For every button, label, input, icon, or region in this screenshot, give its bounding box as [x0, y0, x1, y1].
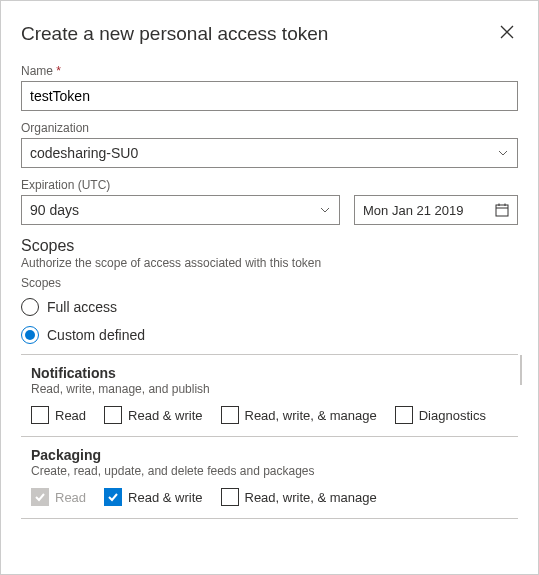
scope-group-name: Notifications: [31, 365, 518, 381]
expiration-field: Expiration (UTC) 90 days Mon Jan 21 2019: [21, 178, 518, 225]
calendar-icon: [495, 203, 509, 217]
scope-checkbox-item[interactable]: Diagnostics: [395, 406, 486, 424]
name-label: Name *: [21, 64, 518, 78]
chevron-down-icon: [497, 147, 509, 159]
radio-icon: [21, 326, 39, 344]
checkbox-label: Read, write, & manage: [245, 408, 377, 423]
panel-header: Create a new personal access token: [21, 21, 518, 46]
checkbox-label: Diagnostics: [419, 408, 486, 423]
scope-group: PackagingCreate, read, update, and delet…: [21, 437, 518, 519]
name-field: Name *: [21, 64, 518, 111]
scopes-sublabel: Scopes: [21, 276, 518, 290]
radio-label: Full access: [47, 299, 117, 315]
panel-title: Create a new personal access token: [21, 23, 328, 45]
expiration-date-picker[interactable]: Mon Jan 21 2019: [354, 195, 518, 225]
close-button[interactable]: [496, 21, 518, 46]
organization-select[interactable]: codesharing-SU0: [21, 138, 518, 168]
scope-group: NotificationsRead, write, manage, and pu…: [21, 355, 518, 437]
scopes-title: Scopes: [21, 237, 518, 255]
scope-checkbox-item: Read: [31, 488, 86, 506]
checkbox-icon: [31, 406, 49, 424]
chevron-down-icon: [319, 204, 331, 216]
checkbox-icon: [221, 488, 239, 506]
scope-group-desc: Read, write, manage, and publish: [31, 382, 518, 396]
organization-value: codesharing-SU0: [30, 145, 138, 161]
scope-checkbox-item[interactable]: Read: [31, 406, 86, 424]
scopes-description: Authorize the scope of access associated…: [21, 256, 518, 270]
scope-group-desc: Create, read, update, and delete feeds a…: [31, 464, 518, 478]
radio-label: Custom defined: [47, 327, 145, 343]
scope-checkbox-item[interactable]: Read & write: [104, 406, 202, 424]
checkbox-icon: [395, 406, 413, 424]
svg-rect-0: [496, 205, 508, 216]
organization-label: Organization: [21, 121, 518, 135]
radio-custom-defined[interactable]: Custom defined: [21, 326, 518, 344]
checkbox-icon: [221, 406, 239, 424]
close-icon: [500, 25, 514, 39]
expiration-duration-value: 90 days: [30, 202, 79, 218]
checkbox-icon: [104, 406, 122, 424]
organization-field: Organization codesharing-SU0: [21, 121, 518, 168]
checkbox-icon: [104, 488, 122, 506]
scope-list: NotificationsRead, write, manage, and pu…: [21, 354, 518, 519]
expiration-date-value: Mon Jan 21 2019: [363, 203, 463, 218]
scopes-radio-group: Full access Custom defined: [21, 298, 518, 344]
scope-checkbox-item[interactable]: Read, write, & manage: [221, 488, 377, 506]
checkbox-label: Read & write: [128, 408, 202, 423]
name-input[interactable]: [21, 81, 518, 111]
checkbox-icon: [31, 488, 49, 506]
checkbox-label: Read, write, & manage: [245, 490, 377, 505]
radio-full-access[interactable]: Full access: [21, 298, 518, 316]
scopes-section: Scopes Authorize the scope of access ass…: [21, 237, 518, 519]
scope-checkbox-item[interactable]: Read, write, & manage: [221, 406, 377, 424]
checkbox-label: Read: [55, 490, 86, 505]
radio-icon: [21, 298, 39, 316]
scope-check-row: ReadRead & writeRead, write, & manage: [31, 488, 518, 506]
scope-checkbox-item[interactable]: Read & write: [104, 488, 202, 506]
scope-group-name: Packaging: [31, 447, 518, 463]
required-indicator: *: [56, 64, 61, 78]
checkbox-label: Read: [55, 408, 86, 423]
checkbox-label: Read & write: [128, 490, 202, 505]
scope-check-row: ReadRead & writeRead, write, & manageDia…: [31, 406, 518, 424]
create-token-panel: Create a new personal access token Name …: [0, 0, 539, 575]
expiration-duration-select[interactable]: 90 days: [21, 195, 340, 225]
expiration-label: Expiration (UTC): [21, 178, 518, 192]
scrollbar[interactable]: [520, 355, 522, 385]
